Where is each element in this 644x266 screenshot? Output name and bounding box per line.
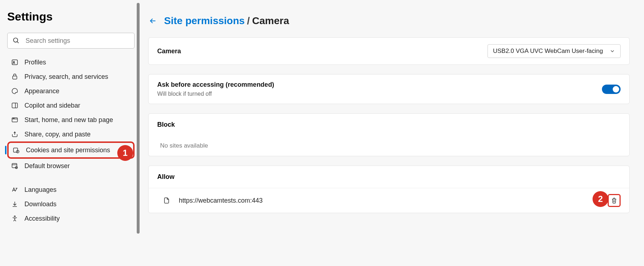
sidebar-item-copilot[interactable]: Copilot and sidebar bbox=[7, 98, 135, 113]
delete-site-button[interactable] bbox=[608, 194, 621, 207]
sidebar-item-cookies[interactable]: Cookies and site permissions bbox=[7, 141, 135, 159]
camera-device-select[interactable]: USB2.0 VGA UVC WebCam User-facing bbox=[487, 44, 621, 58]
allow-section-card: Allow https://webcamtests.com:443 2 bbox=[148, 166, 630, 213]
chevron-down-icon bbox=[609, 48, 615, 54]
ask-subtitle: Will block if turned off bbox=[157, 91, 274, 97]
svg-point-9 bbox=[13, 118, 13, 118]
profiles-icon bbox=[11, 58, 19, 66]
search-icon bbox=[13, 37, 20, 44]
camera-label: Camera bbox=[157, 48, 181, 55]
sidebar-item-label: Appearance bbox=[24, 87, 59, 95]
sidebar-scrollbar[interactable] bbox=[137, 3, 140, 234]
svg-rect-4 bbox=[13, 76, 17, 79]
window-icon bbox=[11, 116, 19, 124]
sidebar-item-label: Default browser bbox=[24, 162, 70, 170]
svg-point-17 bbox=[14, 216, 15, 217]
sidebar-item-label: Profiles bbox=[24, 59, 46, 66]
svg-rect-2 bbox=[12, 60, 18, 64]
file-icon bbox=[163, 197, 170, 204]
search-settings-input[interactable] bbox=[26, 37, 129, 45]
allow-site-url: https://webcamtests.com:443 bbox=[179, 197, 263, 204]
sidebar-item-languages[interactable]: Languages bbox=[7, 182, 135, 197]
sidebar-item-label: Downloads bbox=[24, 200, 56, 208]
allow-header: Allow bbox=[149, 166, 629, 188]
cookies-icon bbox=[12, 146, 20, 154]
svg-rect-12 bbox=[14, 148, 18, 152]
browser-icon bbox=[11, 162, 19, 170]
block-section-card: Block No sites available bbox=[148, 113, 630, 156]
appearance-icon bbox=[11, 87, 19, 95]
ask-title: Ask before accessing (recommended) bbox=[157, 81, 274, 89]
annotation-badge-1: 1 bbox=[117, 145, 133, 161]
back-button[interactable] bbox=[148, 16, 158, 26]
block-header: Block bbox=[149, 114, 629, 136]
svg-rect-5 bbox=[12, 103, 18, 108]
settings-nav-list: Profiles Privacy, search, and services A… bbox=[7, 55, 135, 226]
sidebar-item-appearance[interactable]: Appearance bbox=[7, 84, 135, 98]
accessibility-icon bbox=[11, 215, 19, 222]
ask-toggle[interactable] bbox=[602, 85, 621, 94]
sidebar-icon bbox=[11, 102, 19, 109]
lock-icon bbox=[11, 73, 19, 81]
settings-title: Settings bbox=[7, 10, 135, 23]
sidebar-item-label: Start, home, and new tab page bbox=[24, 116, 113, 124]
breadcrumb-separator: / bbox=[247, 15, 250, 26]
svg-point-3 bbox=[13, 61, 15, 63]
breadcrumb-current: Camera bbox=[252, 15, 289, 26]
sidebar-item-default-browser[interactable]: Default browser bbox=[7, 159, 135, 173]
svg-point-0 bbox=[14, 38, 18, 42]
svg-rect-14 bbox=[12, 163, 17, 168]
settings-sidebar: Settings Profiles Privacy, search, and s… bbox=[0, 0, 140, 266]
breadcrumb: Site permissions / Camera bbox=[148, 15, 630, 27]
camera-device-card: Camera USB2.0 VGA UVC WebCam User-facing bbox=[148, 37, 630, 65]
svg-line-1 bbox=[17, 42, 19, 43]
sidebar-item-label: Copilot and sidebar bbox=[24, 102, 80, 109]
annotation-badge-2: 2 bbox=[593, 191, 608, 207]
allow-site-row: https://webcamtests.com:443 2 bbox=[149, 188, 629, 213]
ask-before-accessing-card: Ask before accessing (recommended) Will … bbox=[148, 74, 630, 104]
search-settings-box[interactable] bbox=[7, 33, 135, 49]
settings-main: Site permissions / Camera Camera USB2.0 … bbox=[140, 0, 644, 266]
share-icon bbox=[11, 130, 19, 138]
sidebar-item-share[interactable]: Share, copy, and paste bbox=[7, 127, 135, 141]
svg-point-10 bbox=[14, 118, 14, 118]
sidebar-item-label: Cookies and site permissions bbox=[26, 146, 110, 154]
sidebar-item-downloads[interactable]: Downloads bbox=[7, 197, 135, 211]
sidebar-item-start[interactable]: Start, home, and new tab page bbox=[7, 113, 135, 127]
sidebar-item-label: Accessibility bbox=[24, 215, 60, 222]
camera-device-selected: USB2.0 VGA UVC WebCam User-facing bbox=[493, 48, 603, 55]
sidebar-item-privacy[interactable]: Privacy, search, and services bbox=[7, 69, 135, 84]
block-empty-text: No sites available bbox=[149, 136, 629, 156]
sidebar-item-label: Privacy, search, and services bbox=[24, 73, 108, 81]
sidebar-item-label: Languages bbox=[24, 186, 56, 194]
breadcrumb-parent-link[interactable]: Site permissions bbox=[164, 15, 245, 26]
sidebar-item-label: Share, copy, and paste bbox=[24, 131, 91, 138]
sidebar-item-accessibility[interactable]: Accessibility bbox=[7, 211, 135, 226]
download-icon bbox=[11, 200, 19, 208]
sidebar-item-profiles[interactable]: Profiles bbox=[7, 55, 135, 69]
languages-icon bbox=[11, 186, 19, 194]
